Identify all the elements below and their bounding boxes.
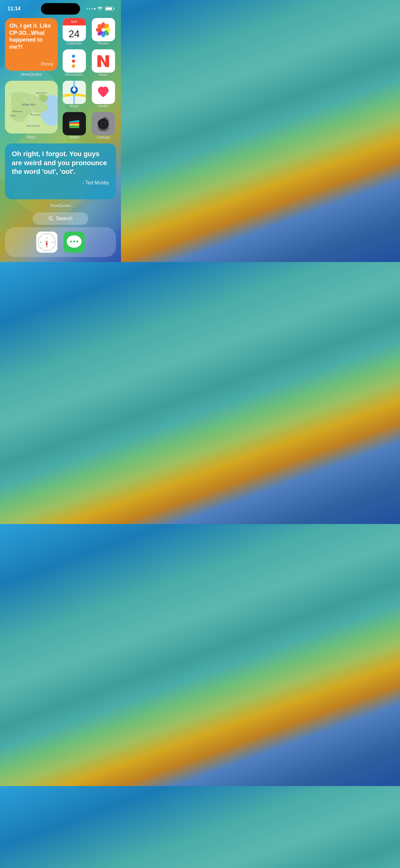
status-icons	[87, 6, 113, 11]
dot2	[89, 8, 91, 10]
svg-text:ERBIA: ERBIA	[10, 115, 16, 117]
show-quotes-orange-widget[interactable]: Oh, I get it. Like CP-3O...What happened…	[5, 18, 58, 71]
health-label: Health	[98, 104, 109, 108]
quote-author-top: - Penny	[9, 61, 53, 66]
safari-dock-app[interactable]: N S E W	[36, 231, 57, 253]
map-svg: MOLDOVA ROMANIA ERBIA BULGARIA Belgrade …	[5, 81, 58, 133]
svg-point-58	[46, 241, 48, 243]
health-icon[interactable]	[92, 81, 115, 104]
safari-svg: N S E W	[36, 231, 57, 253]
news-svg	[95, 53, 112, 69]
svg-rect-37	[106, 123, 108, 125]
wallet-icon[interactable]	[63, 112, 86, 135]
svg-rect-35	[102, 126, 104, 129]
svg-rect-36	[98, 123, 101, 125]
reminders-label: Reminders	[65, 73, 83, 77]
signal-dots	[87, 8, 96, 10]
bottom-row: MOLDOVA ROMANIA ERBIA BULGARIA Belgrade …	[5, 81, 116, 140]
photos-svg	[95, 22, 112, 38]
svg-point-8	[101, 28, 105, 32]
reminder-item-3	[72, 65, 76, 68]
health-svg	[95, 84, 112, 101]
health-app[interactable]: Health	[91, 81, 116, 108]
large-quote-author: - Ted Mosby	[12, 180, 109, 186]
show-quotes-label-top: ShowQuotes	[5, 72, 58, 77]
svg-text:Belgrade: Belgrade	[15, 111, 23, 113]
svg-rect-28	[69, 125, 79, 128]
svg-point-18	[31, 114, 32, 115]
messages-svg	[64, 231, 85, 253]
show-quotes-widget-top: Oh, I get it. Like CP-3O...What happened…	[5, 18, 58, 77]
photos-icon[interactable]	[92, 18, 115, 41]
reminders-app[interactable]: Reminders	[61, 49, 87, 77]
search-pill[interactable]: Search	[33, 212, 88, 225]
show-quotes-large-widget[interactable]: Oh right, I forgot. You guys are weird a…	[5, 144, 116, 199]
battery-fill	[106, 7, 112, 10]
messages-dock-app[interactable]	[64, 231, 85, 253]
maps-app[interactable]: Maps	[61, 81, 87, 108]
svg-text:BULGARIA: BULGARIA	[27, 124, 40, 127]
calendar-icon[interactable]: SAT 24	[63, 18, 86, 41]
maps-widget-label: Maps	[5, 135, 58, 140]
reminders-icon[interactable]	[63, 49, 86, 73]
large-quote-text: Oh right, I forgot. You guys are weird a…	[12, 150, 109, 176]
news-icon[interactable]	[92, 49, 115, 73]
top-row: Oh, I get it. Like CP-3O...What happened…	[5, 18, 116, 77]
settings-label: Settings	[96, 135, 110, 140]
wallet-app[interactable]: Wallet	[61, 112, 87, 140]
svg-point-61	[70, 241, 72, 243]
svg-text:MOLDOVA: MOLDOVA	[36, 92, 47, 94]
reminder-dot-blue	[72, 55, 75, 58]
maps-app-svg	[63, 81, 86, 104]
show-quotes-large-label: ShowQuotes	[0, 204, 121, 208]
reminder-item-1	[72, 55, 76, 58]
svg-text:Bucharest: Bucharest	[33, 114, 41, 116]
search-bar: Search	[0, 212, 121, 225]
quote-text-top: Oh, I get it. Like CP-3O...What happened…	[9, 22, 53, 50]
calendar-body: 24	[69, 26, 80, 41]
reminder-dot-orange	[72, 65, 75, 68]
calendar-label: Calendar	[67, 41, 82, 45]
svg-text:E: E	[53, 241, 54, 243]
home-screen: 11:14	[0, 0, 121, 262]
maps-app-label: Maps	[69, 104, 78, 108]
svg-point-62	[73, 241, 75, 243]
svg-line-43	[52, 219, 53, 221]
svg-text:W: W	[40, 241, 42, 243]
search-label: Search	[56, 215, 72, 222]
settings-icon[interactable]	[92, 112, 115, 135]
wallet-label: Wallet	[69, 135, 79, 140]
battery-icon	[105, 6, 113, 11]
calendar-header: SAT	[63, 18, 86, 26]
settings-svg	[96, 116, 111, 131]
svg-rect-34	[102, 119, 104, 121]
wallet-svg	[63, 116, 86, 131]
dot1	[87, 8, 88, 10]
status-time: 11:14	[7, 6, 21, 12]
maps-app-icon[interactable]	[63, 81, 86, 104]
wifi-icon	[97, 6, 103, 11]
calendar-app[interactable]: SAT 24 Calendar	[61, 18, 87, 45]
reminder-item-2	[72, 60, 76, 63]
maps-widget[interactable]: MOLDOVA ROMANIA ERBIA BULGARIA Belgrade …	[5, 81, 58, 133]
safari-icon[interactable]: N S E W	[36, 231, 57, 253]
svg-point-16	[13, 111, 14, 112]
news-label: News	[99, 73, 108, 77]
messages-icon[interactable]	[64, 231, 85, 253]
status-bar: 11:14	[0, 0, 121, 16]
news-app[interactable]: News	[91, 49, 116, 77]
photos-app[interactable]: Photos	[91, 18, 116, 45]
calendar-date: 24	[69, 29, 80, 39]
reminder-dot-red	[72, 60, 75, 63]
maps-widget-wrap: MOLDOVA ROMANIA ERBIA BULGARIA Belgrade …	[5, 81, 58, 140]
calendar-day: SAT	[71, 20, 77, 23]
photos-label: Photos	[97, 41, 109, 45]
dock: N S E W	[5, 227, 116, 257]
dot3	[92, 8, 93, 10]
settings-app[interactable]: Settings	[91, 112, 116, 140]
dot4	[94, 8, 96, 10]
home-content: Oh, I get it. Like CP-3O...What happened…	[0, 16, 121, 140]
svg-point-33	[101, 122, 105, 126]
search-icon	[48, 216, 53, 221]
dynamic-island	[41, 3, 80, 14]
